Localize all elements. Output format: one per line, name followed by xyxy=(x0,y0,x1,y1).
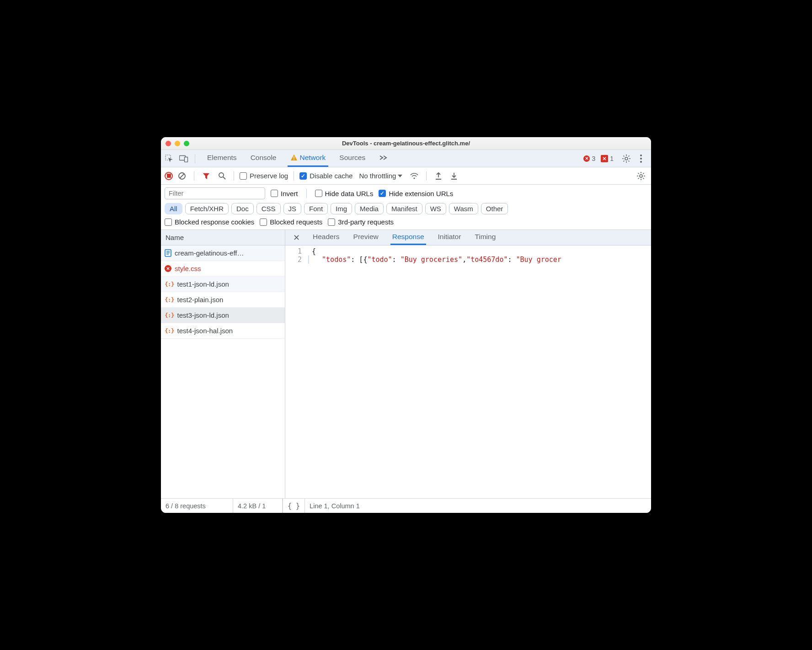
separator xyxy=(426,171,427,181)
window-close-button[interactable] xyxy=(166,141,171,146)
tab-label: Console xyxy=(251,154,277,162)
filter-pill-css[interactable]: CSS xyxy=(256,203,281,214)
tab-elements[interactable]: Elements xyxy=(204,150,240,167)
checkbox-label: Hide data URLs xyxy=(325,190,374,197)
issue-count[interactable]: 1 xyxy=(601,155,614,162)
close-detail-icon[interactable]: ✕ xyxy=(290,230,303,245)
filter-pill-font[interactable]: Font xyxy=(304,203,328,214)
svg-point-13 xyxy=(414,177,415,179)
throttling-value: No throttling xyxy=(359,172,396,180)
preserve-log-checkbox[interactable]: Preserve log xyxy=(240,172,288,180)
error-count-value: 3 xyxy=(592,155,595,162)
request-name: test2-plain.json xyxy=(177,296,223,304)
upload-har-icon[interactable] xyxy=(432,170,445,182)
request-row[interactable]: style.css xyxy=(161,261,285,277)
checkbox-icon xyxy=(315,190,322,197)
request-row[interactable]: {:}test3-json-ld.json xyxy=(161,308,285,323)
filter-pill-ws[interactable]: WS xyxy=(425,203,446,214)
response-body[interactable]: 1{2 "todos": [{"todo": "Buy groceries","… xyxy=(285,245,651,498)
request-name: test4-json-hal.json xyxy=(177,327,233,335)
separator xyxy=(234,171,234,181)
filter-bar: Invert Hide data URLs Hide extension URL… xyxy=(161,185,651,230)
error-icon xyxy=(583,155,590,162)
window-maximize-button[interactable] xyxy=(184,141,189,146)
status-requests: 6 / 8 requests xyxy=(161,499,233,513)
main-split: Name cream-gelatinous-eff…style.css{:}te… xyxy=(161,230,651,498)
device-toggle-icon[interactable] xyxy=(177,152,190,165)
checkbox-icon xyxy=(271,190,278,197)
line-number: 2 xyxy=(285,256,307,264)
inspect-element-icon[interactable] xyxy=(163,152,176,165)
filter-pill-wasm[interactable]: Wasm xyxy=(449,203,478,214)
window-minimize-button[interactable] xyxy=(175,141,180,146)
detail-tab-preview[interactable]: Preview xyxy=(352,230,380,245)
detail-tab-headers[interactable]: Headers xyxy=(311,230,342,245)
detail-tab-response[interactable]: Response xyxy=(390,230,426,245)
filter-pill-media[interactable]: Media xyxy=(355,203,384,214)
blocked-cookies-checkbox[interactable]: Blocked response cookies xyxy=(165,218,254,226)
blocked-requests-checkbox[interactable]: Blocked requests xyxy=(260,218,322,226)
tab-network[interactable]: Network xyxy=(288,150,329,167)
checkbox-label: Blocked response cookies xyxy=(175,218,254,226)
download-har-icon[interactable] xyxy=(448,170,460,182)
panel-tabs: Elements Console Network Sources xyxy=(204,150,391,167)
filter-pill-img[interactable]: Img xyxy=(331,203,352,214)
titlebar: DevTools - cream-gelatinous-effect.glitc… xyxy=(161,137,651,150)
svg-point-11 xyxy=(219,173,224,177)
request-row[interactable]: {:}test4-json-hal.json xyxy=(161,323,285,339)
kebab-menu-icon[interactable] xyxy=(635,152,647,165)
network-settings-icon[interactable] xyxy=(635,170,647,182)
status-transfer: 4.2 kB / 1 xyxy=(233,499,283,513)
hide-data-urls-checkbox[interactable]: Hide data URLs xyxy=(315,190,374,197)
more-tabs-button[interactable] xyxy=(376,150,391,167)
resource-type-filters: AllFetch/XHRDocCSSJSFontImgMediaManifest… xyxy=(165,203,647,214)
checkbox-label: Preserve log xyxy=(250,172,288,180)
disable-cache-checkbox[interactable]: Disable cache xyxy=(299,172,353,180)
request-list-header[interactable]: Name xyxy=(161,230,285,245)
filter-pill-js[interactable]: JS xyxy=(283,203,302,214)
filter-pill-doc[interactable]: Doc xyxy=(231,203,254,214)
separator xyxy=(195,154,195,163)
svg-point-7 xyxy=(640,158,642,160)
tab-label: Network xyxy=(300,154,326,162)
network-toolbar: Preserve log Disable cache No throttling xyxy=(161,167,651,185)
invert-checkbox[interactable]: Invert xyxy=(271,190,298,197)
filter-pill-all[interactable]: All xyxy=(165,203,182,214)
filter-pill-manifest[interactable]: Manifest xyxy=(386,203,422,214)
filter-icon[interactable] xyxy=(200,170,213,182)
request-row[interactable]: {:}test2-plain.json xyxy=(161,292,285,308)
checkbox-label: Invert xyxy=(281,190,298,197)
detail-tab-timing[interactable]: Timing xyxy=(473,230,497,245)
request-name: cream-gelatinous-eff… xyxy=(175,249,244,257)
checkbox-label: Blocked requests xyxy=(270,218,322,226)
request-name: test1-json-ld.json xyxy=(177,280,229,288)
request-row[interactable]: cream-gelatinous-eff… xyxy=(161,245,285,261)
tab-console[interactable]: Console xyxy=(248,150,279,167)
error-count[interactable]: 3 xyxy=(583,155,595,162)
detail-tab-initiator[interactable]: Initiator xyxy=(436,230,463,245)
code-line: 2 "todos": [{"todo": "Buy groceries","to… xyxy=(285,256,651,264)
request-name: style.css xyxy=(175,265,201,272)
hide-extension-urls-checkbox[interactable]: Hide extension URLs xyxy=(379,190,453,197)
throttling-select[interactable]: No throttling xyxy=(359,172,402,180)
pretty-print-button[interactable]: { } xyxy=(283,499,305,513)
filter-input[interactable] xyxy=(165,187,265,199)
chevron-down-icon xyxy=(398,175,402,177)
code-text: "todos": [{"todo": "Buy groceries","to45… xyxy=(308,256,561,264)
code-text: { xyxy=(307,247,316,256)
settings-icon[interactable] xyxy=(620,152,633,165)
filter-pill-fetch-xhr[interactable]: Fetch/XHR xyxy=(185,203,229,214)
filter-pill-other[interactable]: Other xyxy=(481,203,508,214)
window-title: DevTools - cream-gelatinous-effect.glitc… xyxy=(161,140,651,147)
request-row[interactable]: {:}test1-json-ld.json xyxy=(161,277,285,292)
network-conditions-icon[interactable] xyxy=(408,170,421,182)
search-icon[interactable] xyxy=(215,170,228,182)
record-button[interactable] xyxy=(165,172,173,180)
request-name: test3-json-ld.json xyxy=(177,311,229,319)
issue-count-value: 1 xyxy=(610,155,614,162)
tab-sources[interactable]: Sources xyxy=(337,150,368,167)
checkbox-icon xyxy=(379,190,386,197)
clear-button[interactable] xyxy=(176,170,188,182)
third-party-checkbox[interactable]: 3rd-party requests xyxy=(328,218,394,226)
checkbox-icon xyxy=(260,218,267,226)
